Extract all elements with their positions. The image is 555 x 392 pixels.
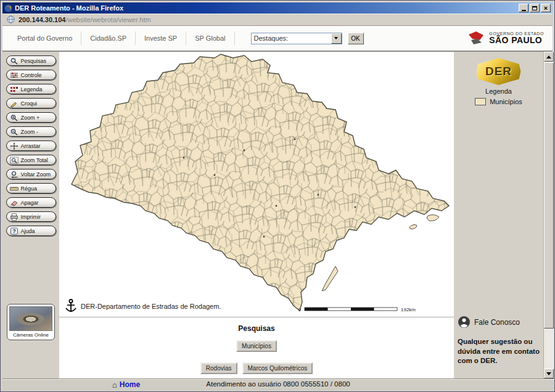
contact-section: Fale Conosco Qualquer sugestão ou dúvida…	[458, 316, 541, 366]
voltar-zoom-button[interactable]: Voltar Zoom	[6, 169, 56, 179]
zoom-total-icon	[10, 157, 18, 164]
toolbtn-label: Pesquisas	[21, 58, 47, 64]
triangle-down-icon	[546, 372, 551, 375]
url-path: /website/webrota/viewer.htm	[65, 16, 150, 23]
map-view[interactable]: 0 192km DER-Departamento de Estrada	[59, 52, 454, 317]
address-bar[interactable]: 200.144.30.104/website/webrota/viewer.ht…	[2, 14, 553, 26]
minimize-icon	[522, 10, 526, 11]
close-button[interactable]: ×	[541, 4, 551, 12]
page-content: Pesquisas Controle	[2, 52, 554, 378]
arrastar-button[interactable]: Arrastar	[6, 141, 56, 151]
zoom-in-icon	[10, 114, 18, 121]
support-phone-text: Atendimento ao usuário 0800 0555510 / 08…	[206, 380, 350, 388]
der-logo-text: DER	[485, 65, 512, 78]
scroll-down-button[interactable]	[544, 369, 554, 378]
home-link[interactable]: ⌂ Home	[112, 380, 140, 389]
gov-navbar: Portal do Governo Cidadão.SP Investe SP …	[2, 26, 553, 52]
map-scale-bar: 0 192km	[298, 307, 416, 312]
toolbtn-label: Legenda	[21, 86, 43, 92]
triangle-up-icon	[546, 55, 551, 59]
nav-link-sp-global[interactable]: SP Global	[186, 31, 234, 45]
zoom-back-icon	[10, 171, 18, 178]
toolbtn-label: Zoom -	[21, 129, 39, 135]
legend-item-label: Municípios	[490, 98, 522, 105]
regua-button[interactable]: Régua	[6, 183, 56, 194]
fale-conosco-icon	[458, 316, 471, 329]
sao-paulo-gov-logo: GOVERNO DO ESTADO SÃO PAULO	[467, 30, 546, 46]
maximize-icon	[532, 6, 537, 10]
legend-panel: DER Legenda Municípios Fale Conosco Qual…	[454, 52, 543, 378]
sao-paulo-municipalities-map[interactable]: 0 192km	[59, 52, 454, 317]
window-title: DER Roteamento - Mozilla Firefox	[15, 4, 517, 12]
zoom-total-button[interactable]: Zoom Total	[6, 155, 56, 165]
sliders-icon	[10, 71, 18, 79]
toolbtn-label: Zoom Total	[21, 157, 48, 163]
legenda-button[interactable]: Legenda	[6, 84, 56, 94]
sketch-icon	[10, 100, 18, 107]
footer-bar: ⌂ Home Atendimento ao usuário 0800 05555…	[2, 378, 554, 391]
scroll-up-button[interactable]	[544, 52, 554, 62]
toolbtn-label: Régua	[21, 186, 38, 192]
destaques-select[interactable]: Destaques:	[251, 33, 342, 44]
map-caption-text: DER-Departamento de Estradas de Rodagem.	[81, 303, 221, 310]
search-panel: Pesquisas Municípios Rodovias Marcos Qui…	[59, 317, 454, 378]
apagar-button[interactable]: Apagar	[6, 197, 56, 208]
fale-conosco-label[interactable]: Fale Conosco	[474, 318, 520, 327]
zoom-out-icon	[10, 128, 18, 136]
imprimir-button[interactable]: Imprimir	[6, 211, 56, 222]
contact-message: Qualquer sugestão ou dúvida entre em con…	[458, 337, 541, 366]
legend-icon	[10, 86, 18, 93]
firefox-icon	[4, 4, 12, 12]
rodovias-button[interactable]: Rodovias	[200, 362, 237, 374]
der-logo: DER	[477, 58, 521, 85]
url-text[interactable]: 200.144.30.104/website/webrota/viewer.ht…	[18, 16, 151, 23]
zoom-out-button[interactable]: Zoom -	[6, 126, 56, 137]
scale-max-label: 192km	[401, 307, 416, 312]
ajuda-button[interactable]: ? Ajuda	[6, 226, 56, 236]
select-arrow-button[interactable]	[331, 33, 342, 44]
nav-link-cidadao-sp[interactable]: Cidadão.SP	[81, 31, 136, 45]
globe-icon	[7, 15, 15, 23]
toolbtn-label: Imprimir	[21, 214, 41, 220]
pesquisas-button[interactable]: Pesquisas	[6, 55, 56, 66]
map-column: 0 192km DER-Departamento de Estrada	[59, 52, 454, 378]
cameras-online-widget[interactable]: Câmeras Online	[7, 304, 55, 340]
controle-button[interactable]: Controle	[6, 70, 56, 80]
window-titlebar[interactable]: DER Roteamento - Mozilla Firefox ×	[2, 2, 553, 14]
municipios-color-swatch	[475, 98, 486, 105]
pan-icon	[10, 142, 18, 150]
toolbtn-label: Ajuda	[21, 228, 35, 234]
toolbtn-label: Arrastar	[21, 143, 41, 149]
svg-text:?: ?	[12, 228, 15, 234]
search-panel-title: Pesquisas	[59, 317, 454, 333]
map-toolbar: Pesquisas Controle	[2, 52, 59, 378]
municipios-button[interactable]: Municípios	[236, 340, 277, 352]
home-label: Home	[120, 380, 140, 389]
support-phone-text-2: 0555510	[265, 390, 292, 391]
legend-item-municipios: Municípios	[454, 98, 543, 105]
camera-thumbnail-image[interactable]	[9, 306, 52, 331]
croqui-button[interactable]: Croqui	[6, 98, 56, 108]
chevron-down-icon	[334, 37, 338, 39]
toolbtn-label: Apagar	[21, 200, 39, 206]
nav-link-portal-do-governo[interactable]: Portal do Governo	[9, 31, 81, 45]
destaques-selected-value: Destaques:	[252, 35, 331, 42]
cameras-online-label: Câmeras Online	[9, 331, 52, 338]
map-caption: DER-Departamento de Estradas de Rodagem.	[64, 298, 221, 314]
zoom-in-button[interactable]: Zoom +	[6, 112, 56, 123]
minimize-button[interactable]	[519, 4, 528, 12]
anchor-icon	[64, 298, 78, 314]
home-icon: ⌂	[112, 381, 117, 389]
maximize-button[interactable]	[530, 4, 540, 12]
printer-icon	[10, 213, 18, 221]
url-host: 200.144.30.104	[18, 16, 65, 23]
ok-button[interactable]: OK	[348, 33, 364, 44]
vertical-scrollbar[interactable]	[543, 52, 554, 378]
marcos-quilometricos-button[interactable]: Marcos Quilométricos	[242, 362, 313, 374]
toolbtn-label: Croqui	[21, 100, 38, 107]
close-icon: ×	[544, 5, 548, 12]
help-icon: ?	[10, 227, 18, 235]
scrollbar-thumb[interactable]	[544, 62, 554, 329]
nav-link-investe-sp[interactable]: Investe SP	[136, 31, 186, 45]
ruler-icon	[10, 185, 18, 192]
